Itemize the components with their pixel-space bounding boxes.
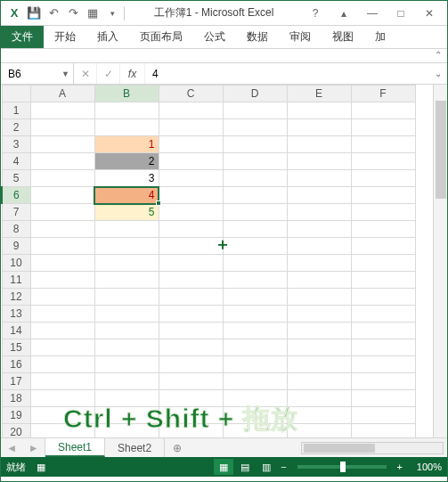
cell-B9[interactable] (94, 238, 159, 255)
cell-C6[interactable] (159, 187, 223, 204)
cell-E5[interactable] (287, 170, 351, 187)
cell-E4[interactable] (287, 153, 351, 170)
cell-D18[interactable] (223, 390, 287, 407)
cell-C3[interactable] (159, 136, 223, 153)
cell-F9[interactable] (351, 238, 415, 255)
column-header-F[interactable]: F (351, 86, 415, 102)
name-box[interactable]: B6 ▼ (1, 63, 74, 84)
minimize-button[interactable]: — (358, 4, 387, 23)
quickaccess-more-icon[interactable]: ▦ (83, 4, 102, 23)
formula-enter-button[interactable]: ✓ (97, 63, 120, 84)
cell-E14[interactable] (287, 323, 351, 339)
formula-expand-icon[interactable]: ⌄ (429, 63, 447, 84)
undo-icon[interactable]: ↶ (44, 4, 63, 23)
cell-D14[interactable] (223, 323, 287, 339)
tab-review[interactable]: 审阅 (279, 26, 322, 48)
cell-A7[interactable] (30, 204, 94, 221)
column-header-E[interactable]: E (287, 86, 351, 102)
cell-B6[interactable]: 4 (94, 187, 159, 204)
cell-C13[interactable] (159, 306, 223, 323)
cell-A4[interactable] (30, 153, 94, 170)
cell-C12[interactable] (159, 289, 223, 306)
zoom-in-button[interactable]: + (394, 462, 406, 472)
cell-E10[interactable] (287, 255, 351, 272)
cell-E6[interactable] (287, 187, 351, 204)
view-page-layout-button[interactable]: ▤ (235, 459, 255, 475)
view-normal-button[interactable]: ▦ (214, 459, 233, 475)
cell-E19[interactable] (287, 407, 351, 424)
row-header-18[interactable]: 18 (2, 390, 30, 407)
cell-F5[interactable] (351, 170, 415, 187)
cell-A10[interactable] (30, 255, 94, 272)
tab-home[interactable]: 开始 (44, 26, 86, 48)
cell-B20[interactable] (94, 424, 159, 438)
cell-F8[interactable] (351, 221, 415, 238)
cell-A3[interactable] (30, 136, 94, 153)
row-header-14[interactable]: 14 (2, 323, 30, 339)
cell-E11[interactable] (287, 272, 351, 289)
cell-B13[interactable] (94, 306, 159, 323)
cell-D6[interactable] (223, 187, 287, 204)
cell-F18[interactable] (351, 390, 415, 407)
insert-function-button[interactable]: fx (120, 63, 145, 84)
cell-C18[interactable] (159, 390, 223, 407)
row-header-13[interactable]: 13 (2, 306, 30, 323)
cell-E8[interactable] (287, 221, 351, 238)
cell-F16[interactable] (351, 356, 415, 373)
formula-input[interactable]: 4 (145, 63, 429, 84)
row-header-9[interactable]: 9 (2, 238, 30, 255)
close-button[interactable]: ✕ (415, 4, 444, 23)
sheet-tab-2[interactable]: Sheet2 (105, 438, 165, 457)
tab-addins[interactable]: 加 (364, 26, 396, 48)
column-header-B[interactable]: B (94, 86, 159, 102)
cell-D12[interactable] (223, 289, 287, 306)
cell-A15[interactable] (30, 339, 94, 356)
cell-E16[interactable] (287, 356, 351, 373)
cell-D9[interactable] (223, 238, 287, 255)
cell-C14[interactable] (159, 323, 223, 339)
tab-data[interactable]: 数据 (236, 26, 279, 48)
qa-dropdown-icon[interactable]: ▾ (102, 4, 122, 23)
column-header-A[interactable]: A (30, 86, 94, 102)
row-header-8[interactable]: 8 (2, 221, 30, 238)
cell-B5[interactable]: 3 (94, 170, 159, 187)
cell-C2[interactable] (159, 119, 223, 136)
cell-D19[interactable] (223, 407, 287, 424)
cell-F10[interactable] (351, 255, 415, 272)
cell-F20[interactable] (351, 424, 415, 438)
cell-B8[interactable] (94, 221, 159, 238)
cell-F6[interactable] (351, 187, 415, 204)
tab-file[interactable]: 文件 (1, 26, 44, 48)
cell-A19[interactable] (30, 407, 94, 424)
cell-E20[interactable] (287, 424, 351, 438)
row-header-6[interactable]: 6 (2, 187, 30, 204)
cell-B2[interactable] (94, 119, 159, 136)
select-all-corner[interactable] (2, 86, 30, 102)
zoom-out-button[interactable]: − (277, 462, 289, 472)
cell-E18[interactable] (287, 390, 351, 407)
cell-D16[interactable] (223, 356, 287, 373)
row-header-7[interactable]: 7 (2, 204, 30, 221)
cell-F7[interactable] (351, 204, 415, 221)
cell-F17[interactable] (351, 373, 415, 390)
cell-A13[interactable] (30, 306, 94, 323)
zoom-slider-thumb[interactable] (340, 462, 346, 472)
cell-E12[interactable] (287, 289, 351, 306)
row-header-5[interactable]: 5 (2, 170, 30, 187)
cell-D3[interactable] (223, 136, 287, 153)
cell-F11[interactable] (351, 272, 415, 289)
row-header-17[interactable]: 17 (2, 373, 30, 390)
cell-B7[interactable]: 5 (94, 204, 159, 221)
cell-C4[interactable] (159, 153, 223, 170)
cell-F2[interactable] (351, 119, 415, 136)
cell-F12[interactable] (351, 289, 415, 306)
cell-A20[interactable] (30, 424, 94, 438)
cell-C9[interactable] (159, 238, 223, 255)
view-page-break-button[interactable]: ▥ (257, 459, 276, 475)
cell-D15[interactable] (223, 339, 287, 356)
row-header-20[interactable]: 20 (2, 424, 30, 438)
cell-D8[interactable] (223, 221, 287, 238)
macro-record-icon[interactable]: ▦ (31, 459, 51, 475)
tab-view[interactable]: 视图 (322, 26, 364, 48)
cell-B16[interactable] (94, 356, 159, 373)
